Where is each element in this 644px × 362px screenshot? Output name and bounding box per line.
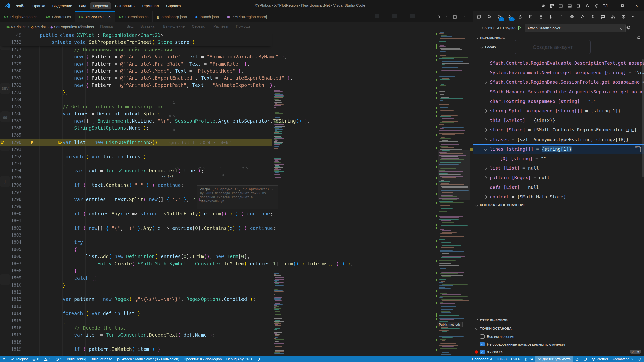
- line-number[interactable]: 1782: [0, 82, 21, 89]
- line-number[interactable]: 1803: [0, 232, 21, 239]
- checkbox[interactable]: [480, 334, 485, 339]
- menu-Правка[interactable]: Правка: [29, 2, 48, 9]
- code-line-1790[interactable]: 1790 var list = new List<Definition>();u…: [0, 139, 473, 146]
- debug-config-select[interactable]: Attach SMath Solver: [525, 24, 626, 32]
- activity-puzzle[interactable]: [558, 13, 565, 21]
- activity-scurve[interactable]: [589, 13, 596, 21]
- action-split[interactable]: [453, 15, 457, 19]
- tab-omnisharp.json[interactable]: {}omnisharp.json: [153, 11, 191, 22]
- code-line-1783[interactable]: 1783 };: [0, 89, 473, 96]
- variable-row[interactable]: aliases = {<>f__AnonymousType0<string, s…: [473, 135, 644, 144]
- line-number[interactable]: 1780: [0, 67, 21, 74]
- line-number[interactable]: 1808: [0, 267, 21, 274]
- variable-row[interactable]: this [XYPlot] = {sin(x)}: [473, 116, 644, 125]
- code-line-1777[interactable]: 1777 // Псевдонимы для свойств анимации.: [0, 46, 473, 53]
- activity-flask[interactable]: [516, 13, 524, 21]
- line-number[interactable]: 1797: [0, 189, 21, 196]
- titlebar-panel-right[interactable]: [576, 3, 581, 8]
- line-number[interactable]: 1817: [0, 331, 21, 338]
- status-bell[interactable]: [636, 356, 644, 362]
- titlebar-account[interactable]: [585, 3, 590, 8]
- activity-more[interactable]: [630, 13, 637, 21]
- close-window-button[interactable]: ×: [629, 0, 644, 11]
- activity-tree[interactable]: [537, 13, 545, 21]
- line-number[interactable]: 1791: [0, 146, 21, 153]
- code-line-1810[interactable]: 1810 }: [0, 282, 473, 289]
- line-number[interactable]: 1799: [0, 203, 21, 210]
- status-CRLF[interactable]: CRLF: [509, 356, 523, 362]
- line-number[interactable]: 1812: [0, 296, 21, 303]
- code-line-49[interactable]: 49 public class XYPlot : RegionHolder<Ch…: [0, 32, 272, 39]
- line-number[interactable]: 1781: [0, 74, 21, 81]
- sticky-scroll[interactable]: 49 public class XYPlot : RegionHolder<Ch…: [0, 32, 272, 46]
- activity-globe[interactable]: [568, 13, 576, 21]
- line-number[interactable]: 1807: [0, 260, 21, 267]
- line-number[interactable]: 1787: [0, 117, 21, 124]
- line-number[interactable]: 1810: [0, 282, 21, 289]
- line-number[interactable]: 1818: [0, 339, 21, 346]
- code-line-1795[interactable]: 1795: [0, 174, 473, 182]
- code-line-1816[interactable]: 1816 // Decode the lhs.: [0, 324, 473, 331]
- code-line-1814[interactable]: 1814 foreach ( var def in list ): [0, 310, 473, 317]
- checkbox[interactable]: ✓: [480, 342, 485, 346]
- line-number[interactable]: 1785: [0, 103, 21, 110]
- tab-XYPlotRegion.csproj[interactable]: ▣XYPlotRegion.csproj: [223, 11, 271, 22]
- code-line-1780[interactable]: 1780 new { Pattern = @"^Animate\.Mode", …: [0, 67, 473, 74]
- variable-row[interactable]: context = {SMath.Math.Store}: [473, 192, 644, 202]
- section-variables[interactable]: ПЕРЕМЕННЫЕ: [473, 34, 644, 41]
- activity-scm[interactable]: 4: [496, 13, 503, 21]
- code-line-1800[interactable]: 1800 if ( entries.Any( e => string.IsNul…: [0, 210, 473, 217]
- activity-bookmark[interactable]: [547, 13, 555, 21]
- code-line-1791[interactable]: 1791: [0, 146, 473, 153]
- status-Teleplot[interactable]: Teleplot: [8, 356, 30, 362]
- line-number[interactable]: 1806: [0, 253, 21, 260]
- line-number[interactable]: 1788: [0, 124, 21, 131]
- code-line-1788[interactable]: 1788 StringSplitOptions.None );: [0, 124, 473, 131]
- variable-row[interactable]: pattern [Regex] = null: [473, 173, 644, 183]
- activity-files[interactable]: [475, 13, 483, 21]
- variable-row[interactable]: store [Store] = {SMath.Controls.RegionsE…: [473, 125, 644, 135]
- status-hex[interactable]: [581, 356, 589, 362]
- titlebar-panel-left[interactable]: [559, 3, 563, 8]
- code-line-1789[interactable]: 1789: [0, 131, 473, 139]
- variable-row[interactable]: char.ToString возвращено [string] = ",": [473, 97, 644, 106]
- code-line-1807[interactable]: 1807 Entry.Create( SMath.Math.Symbolic.C…: [0, 260, 473, 267]
- titlebar-copilot[interactable]: [541, 3, 545, 8]
- breadcrumb[interactable]: C# XYPlot.cs›◇ XYPlot›◈ SetPropertiesFro…: [6, 22, 94, 32]
- code-line-1752[interactable]: 1752 private void SetPropertiesFromSheet…: [0, 39, 272, 46]
- tab-launch.json[interactable]: ◆launch.json: [191, 11, 223, 22]
- line-number[interactable]: 1752: [0, 39, 21, 46]
- line-number[interactable]: 1814: [0, 310, 21, 317]
- status-Build Debug[interactable]: Build Debug: [65, 356, 88, 362]
- code-line-1812[interactable]: 1812 var pattern = new Regex( @"\{\s*\w+…: [0, 296, 473, 303]
- line-number[interactable]: 49: [0, 32, 21, 39]
- status-Prettier[interactable]: Prettier: [589, 356, 610, 362]
- code-line-1793[interactable]: 1793 {: [0, 160, 473, 167]
- line-number[interactable]: 1783: [0, 89, 21, 96]
- code-line-1803[interactable]: 1803: [0, 232, 473, 239]
- status-Пробелов: 4[interactable]: Пробелов: 4: [470, 356, 494, 362]
- status-Достигнута квота[interactable]: Достигнута квота: [535, 356, 573, 362]
- tab-Extensions.cs[interactable]: C#Extensions.cs: [115, 11, 153, 22]
- checkbox[interactable]: ✓: [480, 350, 485, 354]
- section-breakpoints[interactable]: ТОЧКИ ОСТАНОВА: [473, 325, 644, 332]
- line-number[interactable]: 1801: [0, 217, 21, 224]
- breakpoint-row[interactable]: ✓Не обработанные пользователем исключени…: [473, 340, 644, 348]
- menu-Вид[interactable]: Вид: [76, 2, 89, 9]
- variable-row[interactable]: SMath.Manager.SessionProfile.ArgumentsSe…: [473, 87, 644, 97]
- code-line-1801[interactable]: 1801: [0, 217, 473, 224]
- code-line-1818[interactable]: 1818: [0, 339, 473, 346]
- code-line-1794[interactable]: 1794 var text = TermsConverter.DecodeTex…: [0, 167, 473, 174]
- code-line-1805[interactable]: 1805 {: [0, 246, 473, 253]
- titlebar-layout-blocks[interactable]: [550, 3, 554, 8]
- line-number[interactable]: 1815: [0, 317, 21, 324]
- breadcrumb-item-XYPlot.cs[interactable]: C# XYPlot.cs: [6, 25, 26, 29]
- code-line-1819[interactable]: 1819 if ( pattern.IsMatch( item ) ): [0, 346, 473, 353]
- action-more[interactable]: [461, 15, 465, 19]
- line-number[interactable]: 1809: [0, 274, 21, 281]
- start-debug-icon[interactable]: [517, 25, 522, 30]
- menu-Справка[interactable]: Справка: [163, 2, 184, 9]
- breakpoint-row[interactable]: ✓XYPlot.cs: [473, 348, 644, 356]
- code-line-1813[interactable]: 1813: [0, 303, 473, 310]
- line-number[interactable]: 1789: [0, 131, 21, 139]
